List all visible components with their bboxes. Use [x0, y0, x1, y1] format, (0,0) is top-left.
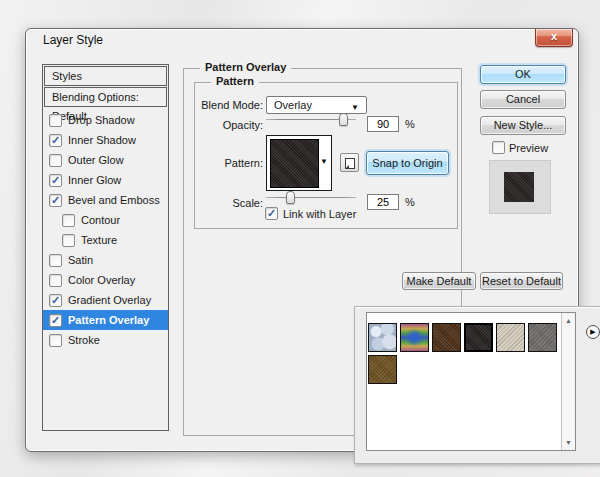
checkbox[interactable]: [49, 274, 62, 287]
reset-to-default-button[interactable]: Reset to Default: [480, 272, 563, 290]
sidebar-item-label: Inner Glow: [68, 170, 121, 190]
scale-label: Scale:: [195, 197, 263, 209]
layer-style-dialog: Layer Style x Styles Blending Options: D…: [25, 28, 579, 452]
pattern-swatch-olive-noise[interactable]: [368, 355, 397, 384]
link-with-layer-checkbox[interactable]: ✓: [265, 207, 278, 220]
blend-mode-label: Blend Mode:: [195, 99, 263, 111]
cancel-button[interactable]: Cancel: [480, 90, 566, 109]
sidebar-item-label: Satin: [68, 250, 93, 270]
sidebar-item-label: Inner Shadow: [68, 130, 136, 150]
opacity-input[interactable]: [367, 116, 399, 132]
checkbox[interactable]: ✓: [49, 174, 62, 187]
pattern-picker-control[interactable]: ▼: [266, 135, 332, 191]
scroll-up-icon[interactable]: ▲: [562, 314, 575, 327]
checkbox[interactable]: ✓: [49, 134, 62, 147]
checkbox[interactable]: [49, 254, 62, 267]
pattern-grid: [368, 323, 560, 384]
sidebar-item-satin[interactable]: Satin: [43, 250, 168, 270]
scale-unit: %: [405, 196, 415, 208]
sidebar-item-label: Contour: [81, 210, 120, 230]
desktop-background: Layer Style x Styles Blending Options: D…: [0, 0, 600, 477]
make-default-button[interactable]: Make Default: [402, 272, 476, 290]
dialog-title: Layer Style: [43, 33, 103, 47]
opacity-slider-thumb[interactable]: [339, 113, 348, 126]
scale-slider-track[interactable]: [266, 197, 356, 198]
sidebar-item-stroke[interactable]: Stroke: [43, 330, 168, 350]
checkbox[interactable]: ✓: [49, 194, 62, 207]
new-preset-icon: [345, 158, 355, 169]
pattern-swatch-tie-dye[interactable]: [400, 323, 429, 352]
preview-checkbox[interactable]: [492, 141, 505, 154]
sidebar-header-styles[interactable]: Styles: [44, 66, 167, 86]
blend-mode-value: Overlay: [274, 99, 312, 111]
checkbox[interactable]: ✓: [49, 294, 62, 307]
sidebar-item-bevel-and-emboss[interactable]: ✓Bevel and Emboss: [43, 190, 168, 210]
pattern-swatch-blue-bubbles[interactable]: [368, 323, 397, 352]
checkbox[interactable]: [62, 234, 75, 247]
sidebar-item-drop-shadow[interactable]: Drop Shadow: [43, 110, 168, 130]
scale-input[interactable]: [367, 194, 399, 210]
pattern-label: Pattern:: [195, 157, 263, 169]
checkbox[interactable]: [62, 214, 75, 227]
pattern-list-scrollbar[interactable]: ▲ ▼: [561, 313, 575, 450]
pattern-dropdown-icon[interactable]: ▼: [320, 157, 328, 166]
opacity-unit: %: [405, 118, 415, 130]
pattern-overlay-group: Pattern Overlay Pattern Blend Mode: Over…: [183, 68, 462, 436]
new-style-button[interactable]: New Style...: [480, 116, 566, 135]
sidebar-item-texture[interactable]: Texture: [43, 230, 168, 250]
ok-button[interactable]: OK: [480, 65, 566, 84]
style-preview-box: [489, 160, 551, 214]
sidebar-item-contour[interactable]: Contour: [43, 210, 168, 230]
pattern-picker-panel: ▲ ▼ ▶: [354, 306, 600, 464]
checkbox[interactable]: [49, 154, 62, 167]
sidebar-item-label: Drop Shadow: [68, 110, 135, 130]
pattern-swatch-gray-noise[interactable]: [528, 323, 557, 352]
opacity-slider[interactable]: [266, 113, 356, 127]
pattern-list: ▲ ▼: [366, 312, 576, 451]
blend-mode-dropdown[interactable]: Overlay ▼: [266, 96, 367, 114]
sidebar-item-gradient-overlay[interactable]: ✓Gradient Overlay: [43, 290, 168, 310]
opacity-label: Opacity:: [195, 119, 263, 131]
sidebar-item-label: Pattern Overlay: [68, 310, 149, 330]
pattern-swatch-beige-noise[interactable]: [496, 323, 525, 352]
link-with-layer-row[interactable]: ✓ Link with Layer: [265, 207, 356, 220]
pattern-group: Pattern Blend Mode: Overlay ▼ Opacity: %…: [194, 82, 458, 229]
sidebar-item-label: Outer Glow: [68, 150, 124, 170]
sidebar-item-outer-glow[interactable]: Outer Glow: [43, 150, 168, 170]
close-button[interactable]: x: [535, 29, 573, 47]
scale-slider-thumb[interactable]: [286, 191, 295, 204]
link-with-layer-label: Link with Layer: [283, 208, 356, 220]
styles-sidebar: Styles Blending Options: Default Drop Sh…: [42, 64, 169, 431]
sidebar-item-label: Stroke: [68, 330, 100, 350]
checkbox[interactable]: [49, 114, 62, 127]
sidebar-item-color-overlay[interactable]: Color Overlay: [43, 270, 168, 290]
checkbox[interactable]: ✓: [49, 314, 62, 327]
scroll-down-icon[interactable]: ▼: [562, 436, 575, 449]
inner-group-title: Pattern: [211, 75, 259, 87]
pattern-swatch-dark-brown-noise[interactable]: [432, 323, 461, 352]
pattern-thumbnail[interactable]: [270, 139, 319, 188]
sidebar-item-inner-glow[interactable]: ✓Inner Glow: [43, 170, 168, 190]
sidebar-item-blending-options[interactable]: Blending Options: Default: [44, 87, 167, 107]
sidebar-item-label: Gradient Overlay: [68, 290, 151, 310]
preview-label: Preview: [509, 142, 548, 154]
picker-menu-button[interactable]: ▶: [586, 325, 600, 339]
preview-row[interactable]: Preview: [492, 141, 548, 154]
group-title: Pattern Overlay: [200, 61, 291, 73]
sidebar-item-pattern-overlay[interactable]: ✓Pattern Overlay: [43, 310, 168, 330]
sidebar-item-label: Color Overlay: [68, 270, 135, 290]
preview-pattern: [504, 172, 534, 202]
snap-to-origin-button[interactable]: Snap to Origin: [366, 151, 449, 175]
sidebar-item-label: Texture: [81, 230, 117, 250]
scale-slider[interactable]: [266, 191, 356, 205]
sidebar-item-inner-shadow[interactable]: ✓Inner Shadow: [43, 130, 168, 150]
sidebar-item-label: Bevel and Emboss: [68, 190, 160, 210]
pattern-swatch-black-noise[interactable]: [464, 323, 493, 352]
sidebar-items: Drop Shadow✓Inner ShadowOuter Glow✓Inner…: [43, 110, 168, 350]
new-preset-button[interactable]: [340, 153, 359, 172]
checkbox[interactable]: [49, 334, 62, 347]
